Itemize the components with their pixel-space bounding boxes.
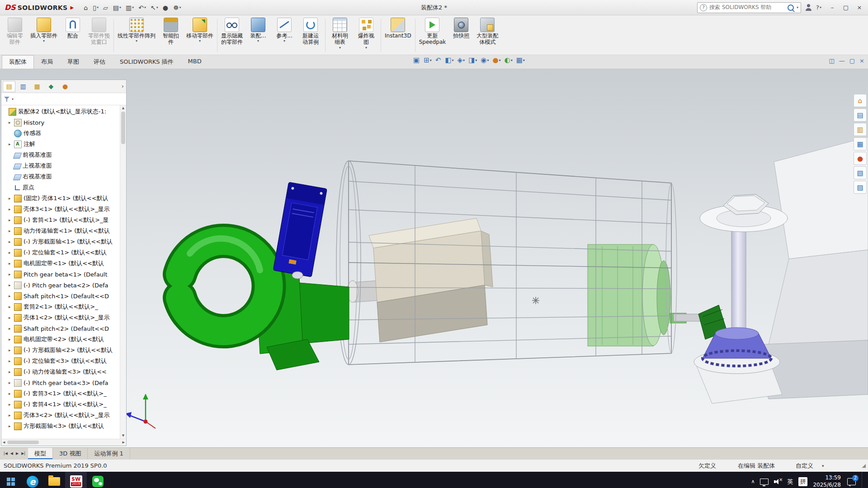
quick-access-button[interactable]: ▯ ▾ [91, 3, 100, 12]
quick-access-button[interactable]: ☸ ▾ [171, 3, 183, 12]
expand-arrow-icon[interactable]: ▸ [9, 370, 14, 374]
quick-access-button[interactable]: ▱ [101, 3, 110, 12]
gripper-assembly[interactable] [180, 239, 349, 370]
document-tab[interactable]: 运动算例 1 [88, 448, 130, 459]
ribbon-button[interactable]: 零部件预 览窗口 [86, 16, 112, 55]
unit-system-selector[interactable]: 自定义 ▾ [796, 462, 824, 470]
feature-tree-item[interactable]: 传感器 [1, 128, 126, 139]
ribbon-button[interactable]: 大型装配 体模式 [474, 16, 500, 55]
view-tool-button[interactable]: ↶ [434, 56, 443, 64]
expand-arrow-icon[interactable]: ▸ [9, 261, 14, 266]
feature-tree-item[interactable]: ▸ 注解 [1, 139, 126, 150]
expand-arrow-icon[interactable]: ▸ [9, 402, 14, 407]
search-box[interactable]: ? 搜索 SOLIDWORKS 帮助 ▾ [697, 2, 801, 13]
minimize-doc-icon[interactable]: — [839, 57, 845, 64]
document-tab[interactable]: 3D 视图 [53, 448, 88, 459]
graphics-viewport[interactable]: Z ⌂ ▤ ▥ [0, 69, 868, 447]
show-desktop-button[interactable] [862, 472, 864, 488]
ribbon-button[interactable]: 显示隐藏 的零部件 [219, 16, 245, 55]
feature-tree-item[interactable]: ▸ (-) 套筒<1> (默认<<默认>_显 [1, 215, 126, 225]
taskbar-solidworks-button[interactable]: SW 2019 [65, 472, 87, 488]
view-tool-button[interactable]: ◨ ▾ [467, 56, 478, 64]
view-tool-button[interactable]: ◉ ▾ [480, 56, 490, 64]
expand-arrow-icon[interactable]: ▸ [9, 424, 14, 428]
volume-muted-icon[interactable]: × [774, 479, 782, 485]
dc-motor[interactable] [369, 218, 493, 342]
next-tab-icon[interactable]: ▶ [15, 451, 19, 455]
feature-tree-item[interactable]: ▸ (-) 方形截面轴<2> (默认<<默认 [1, 345, 126, 356]
scrollbar-thumb[interactable] [7, 441, 39, 444]
servo-horn[interactable] [292, 272, 303, 279]
servo-motor[interactable] [273, 182, 327, 277]
taskbar-edge-button[interactable]: e [22, 472, 43, 488]
user-account-icon[interactable] [805, 4, 812, 11]
ribbon-button[interactable]: 参考... ▾ [271, 16, 297, 55]
view-tool-button[interactable]: ▣ [412, 56, 421, 64]
filter-funnel-icon[interactable] [4, 97, 10, 102]
ime-mode-indicator[interactable]: 拼 [798, 477, 807, 486]
expand-arrow-icon[interactable]: ▸ [9, 305, 14, 309]
task-pane-button[interactable]: ▥ [854, 123, 867, 136]
ribbon-button[interactable] [381, 19, 381, 52]
task-pane-button[interactable]: ▤ [854, 108, 867, 122]
restore-window-icon[interactable]: ▢ [839, 2, 853, 13]
command-tab[interactable]: SOLIDWORKS 插件 [113, 55, 181, 69]
last-tab-icon[interactable]: ▶| [20, 451, 26, 455]
expand-arrow-icon[interactable]: ▸ [9, 326, 14, 331]
filter-input[interactable] [15, 95, 123, 103]
restore-doc-icon[interactable]: ▢ [849, 57, 855, 64]
ribbon-button[interactable]: 拍快照 [448, 16, 474, 55]
ribbon-button[interactable]: 新建运 动算例 [297, 16, 324, 55]
quick-access-button[interactable]: ▥ ▾ [124, 3, 136, 12]
expand-arrow-icon[interactable]: ▸ [9, 348, 14, 352]
feature-tree-item[interactable]: ▸ Shaft pitch<2> (Default<<D [1, 323, 126, 334]
task-pane-button[interactable]: ▦ [854, 137, 867, 150]
panel-expand-chevron-icon[interactable]: › [122, 83, 124, 89]
command-tab[interactable]: 装配体 [2, 55, 34, 69]
ribbon-button[interactable]: 更新 Speedpak [417, 16, 448, 55]
taskbar-clock[interactable]: 13:59 2025/6/28 [813, 474, 841, 488]
expand-arrow-icon[interactable]: ▸ [9, 283, 14, 287]
minimize-window-icon[interactable]: – [826, 2, 839, 13]
ribbon-button[interactable]: 材料明 细表 ▾ [327, 16, 353, 55]
feature-tree-item[interactable]: 上视基准面 [1, 160, 126, 171]
expand-arrow-icon[interactable]: ▸ [9, 196, 14, 201]
feature-tree-item[interactable]: ▸ Shaft pitch<1> (Default<<D [1, 291, 126, 301]
feature-tree-item[interactable]: ▸ (-) 动力传递轴套<3> (默认<< [1, 366, 126, 377]
panel-tab[interactable]: ◆ [45, 81, 57, 92]
feature-tree-item[interactable]: ▸ History [1, 117, 126, 128]
pane-toggle-icon[interactable]: ◫ [829, 57, 835, 64]
tree-vertical-scrollbar[interactable]: ▲ ▼ [120, 105, 126, 439]
ribbon-button[interactable]: 线性零部件阵列 ▾ [115, 16, 158, 55]
expand-arrow-icon[interactable]: ▸ [9, 413, 14, 418]
panel-tab[interactable]: ▦ [31, 81, 43, 92]
panel-tab[interactable]: ● [59, 81, 71, 92]
quick-access-button[interactable]: ▤ ▾ [111, 3, 123, 12]
expand-arrow-icon[interactable]: ▸ [9, 142, 14, 146]
tree-horizontal-scrollbar[interactable]: ◀ ▶ [1, 439, 126, 446]
view-tool-button[interactable]: ◧ ▾ [444, 56, 454, 64]
feature-tree-item[interactable]: ▸ (-) Pitch gear beta<3> (Defa [1, 377, 126, 388]
taskbar-explorer-button[interactable] [43, 472, 65, 488]
command-tab[interactable]: MBD [181, 55, 209, 69]
scroll-down-icon[interactable]: ▼ [120, 433, 126, 439]
expand-arrow-icon[interactable]: ▸ [9, 207, 14, 211]
ribbon-button[interactable]: 插入零部件 ▾ [28, 16, 60, 55]
ribbon-button[interactable] [217, 19, 217, 52]
help-button[interactable]: ? ▾ [816, 4, 821, 11]
feature-tree-item[interactable]: ▸ Pitch gear beta<1> (Default [1, 269, 126, 280]
feature-tree-item[interactable]: ▸ 壳体3<2> (默认<<默认>_显示 [1, 410, 126, 421]
view-tool-button[interactable]: ● ▾ [491, 56, 501, 64]
panel-tab[interactable]: ▤ [3, 81, 15, 92]
feature-tree-item[interactable]: ▸ (-) 套筒3<1> (默认<<默认>_ [1, 388, 126, 399]
expand-arrow-icon[interactable]: ▸ [9, 229, 14, 233]
close-doc-icon[interactable]: × [859, 57, 864, 64]
ribbon-button[interactable]: 移动零部件 ▾ [184, 16, 216, 55]
expand-arrow-icon[interactable]: ▸ [9, 272, 14, 277]
ribbon-button[interactable]: 装配... ▾ [245, 16, 271, 55]
expand-arrow-icon[interactable]: ▸ [9, 315, 14, 320]
scrollbar-track[interactable] [6, 441, 121, 444]
ribbon-button[interactable]: 编辑零 部件 [2, 16, 28, 55]
document-tab[interactable]: 模型 [28, 448, 53, 459]
start-button[interactable] [0, 472, 22, 488]
